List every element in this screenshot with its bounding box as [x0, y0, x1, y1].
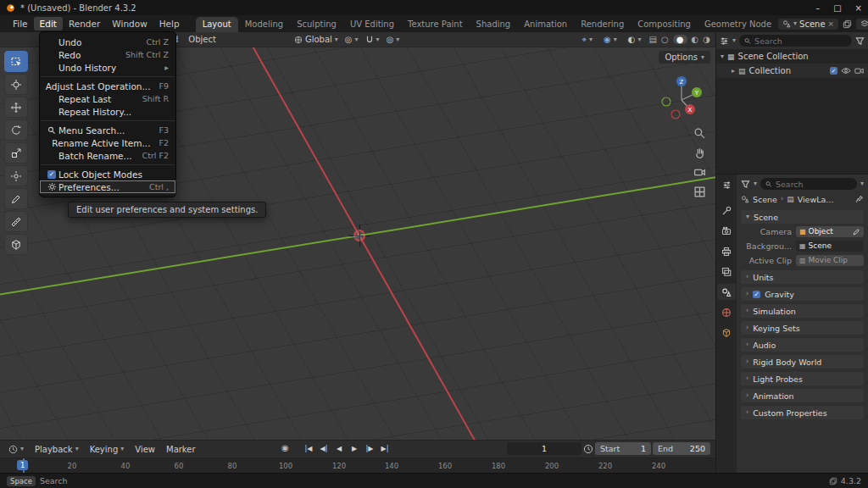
frame-end-field[interactable]: End 250 [653, 442, 710, 455]
tab-texture-paint[interactable]: Texture Paint [401, 17, 470, 32]
unlink-scene-icon[interactable]: × [828, 20, 835, 28]
options-dropdown[interactable]: Options ▾ [659, 51, 710, 64]
tab-animation[interactable]: Animation [517, 17, 574, 32]
tab-geometry-node[interactable]: Geometry Node [698, 17, 778, 32]
close-button[interactable]: × [855, 3, 862, 13]
tool-measure[interactable] [4, 211, 28, 232]
tool-add-cube[interactable] [4, 234, 28, 255]
disclosure-triangle-icon[interactable]: ▾ [721, 53, 724, 60]
tab-sculpting[interactable]: Sculpting [290, 17, 343, 32]
overlays-dropdown[interactable]: ◐ ▾ [625, 35, 645, 44]
tab-rendering[interactable]: Rendering [574, 17, 631, 32]
keying-menu[interactable]: Keying▾ [86, 444, 129, 455]
minimize-button[interactable]: – [815, 3, 820, 13]
snap-dropdown[interactable]: ▾ [362, 35, 383, 44]
pivot-point-dropdown[interactable]: ◎ ▾ [342, 36, 362, 44]
xray-toggle-icon[interactable]: ▤ [649, 35, 657, 44]
outliner-editor-type-icon[interactable] [720, 36, 729, 46]
view-menu[interactable]: View [131, 444, 159, 455]
zoom-icon[interactable] [693, 127, 706, 140]
pan-hand-icon[interactable] [693, 147, 706, 159]
proportional-editing-toggle[interactable]: ◎ ▾ [383, 36, 403, 44]
tab-modeling[interactable]: Modeling [238, 17, 291, 32]
breadcrumb-view-layer[interactable]: ViewLa... [798, 195, 834, 204]
menu-edit[interactable]: Edit [34, 17, 63, 30]
properties-search-input[interactable] [776, 180, 852, 189]
filter-funnel-icon[interactable] [855, 36, 865, 46]
outliner-row-collection[interactable]: ▸ ▤ Collection ✓ [716, 64, 868, 78]
menu-item-undo[interactable]: UndoCtrl Z [40, 36, 175, 48]
tab-output-properties[interactable] [717, 243, 736, 259]
outliner-item-label[interactable]: Scene Collection [738, 52, 809, 61]
filter-funnel-icon[interactable] [741, 180, 750, 189]
selectability-dropdown[interactable]: ⌖ ▾ [578, 35, 596, 45]
eyedropper-icon[interactable] [853, 228, 860, 236]
menu-item-preferences[interactable]: Preferences...Ctrl , [40, 180, 175, 193]
transform-orientation-dropdown[interactable]: Global ▾ [291, 35, 342, 44]
tool-transform[interactable] [4, 165, 28, 186]
menu-item-repeat-history[interactable]: Repeat History... [40, 105, 175, 118]
outliner-row-scene-collection[interactable]: ▾ ▦ Scene Collection [716, 49, 868, 64]
play-reverse-button[interactable]: ◀ [332, 442, 346, 455]
menu-item-menu-search[interactable]: Menu Search...F3 [40, 124, 175, 136]
axis-minus-y-handle[interactable] [662, 97, 670, 106]
prev-keyframe-button[interactable]: ◀| [317, 442, 331, 455]
disable-render-camera-icon[interactable] [854, 67, 864, 75]
tab-compositing[interactable]: Compositing [631, 17, 698, 32]
play-button[interactable]: ▶ [348, 442, 361, 455]
tool-rotate[interactable] [4, 119, 28, 141]
current-frame-field[interactable]: 1 [507, 442, 581, 455]
navigation-gizmo[interactable]: Z Y X [658, 75, 705, 122]
gravity-checkbox[interactable]: ✓ [753, 291, 760, 298]
tab-world-properties[interactable] [717, 304, 736, 320]
properties-editor-type-dropdown[interactable] [717, 177, 736, 193]
section-scene[interactable]: ▾ Scene [741, 210, 864, 224]
section-audio[interactable]: › Audio [741, 338, 864, 352]
tool-scale[interactable] [4, 142, 28, 164]
tool-select-box[interactable] [4, 51, 28, 72]
preview-range-clock-icon[interactable] [583, 444, 593, 454]
menu-item-adjust-last-operation[interactable]: Adjust Last Operation...F9 [40, 80, 175, 92]
menu-item-repeat-last[interactable]: Repeat LastShift R [40, 92, 175, 105]
scene-selector[interactable]: ▾ Scene × [778, 19, 838, 30]
chevron-down-icon[interactable]: ▾ [860, 180, 864, 187]
shading-solid-icon[interactable]: ● [673, 35, 687, 44]
section-light-probes[interactable]: › Light Probes [741, 372, 864, 385]
marker-menu[interactable]: Marker [162, 444, 200, 455]
section-gravity[interactable]: › ✓ Gravity [741, 287, 864, 301]
tab-layout[interactable]: Layout [196, 17, 238, 32]
tab-uv-editing[interactable]: UV Editing [343, 17, 401, 32]
new-scene-button[interactable] [843, 19, 852, 29]
maximize-button[interactable]: □ [833, 3, 841, 13]
section-keying-sets[interactable]: › Keying Sets [741, 321, 864, 335]
menu-item-lock-object-modes[interactable]: ✓ Lock Object Modes [40, 168, 175, 180]
jump-to-end-button[interactable]: ▶| [378, 442, 392, 455]
section-simulation[interactable]: › Simulation [741, 304, 864, 318]
menu-help[interactable]: Help [153, 17, 186, 30]
outliner-search[interactable] [739, 35, 852, 47]
playback-menu[interactable]: Playback▾ [31, 444, 83, 455]
shading-rendered-icon[interactable]: ◑ [703, 35, 710, 44]
menu-item-redo[interactable]: RedoShift Ctrl Z [40, 48, 175, 61]
playhead-frame-badge[interactable]: 1 [17, 460, 28, 470]
tab-view-layer-properties[interactable] [717, 263, 736, 280]
section-animation[interactable]: › Animation [741, 389, 864, 402]
section-custom-properties[interactable]: › Custom Properties [741, 406, 864, 419]
active-clip-field[interactable]: ▥ Movie Clip [796, 255, 864, 266]
tab-object-properties[interactable] [717, 324, 736, 341]
menu-item-rename-active-item[interactable]: Rename Active Item...F2 [40, 136, 175, 149]
section-units[interactable]: › Units [741, 270, 864, 284]
outliner-search-input[interactable] [754, 36, 847, 46]
shading-material-icon[interactable]: ◐ [692, 35, 699, 44]
jump-to-start-button[interactable]: |◀ [302, 442, 315, 455]
section-rigid-body-world[interactable]: › Rigid Body World [741, 355, 864, 369]
view-layer-selector[interactable]: ViewLayer × [856, 19, 868, 30]
menu-item-batch-rename[interactable]: Batch Rename...Ctrl F2 [40, 149, 175, 162]
menu-item-undo-history[interactable]: Undo History▸ [40, 61, 175, 74]
timeline-editor-type-dropdown[interactable]: ▾ [4, 444, 28, 455]
tab-scene-properties[interactable] [717, 284, 736, 300]
tool-cursor[interactable] [4, 74, 28, 95]
hide-eye-icon[interactable] [841, 67, 851, 75]
tab-render-properties[interactable] [717, 223, 736, 239]
auto-keyframe-toggle[interactable]: ◉ [281, 443, 289, 452]
